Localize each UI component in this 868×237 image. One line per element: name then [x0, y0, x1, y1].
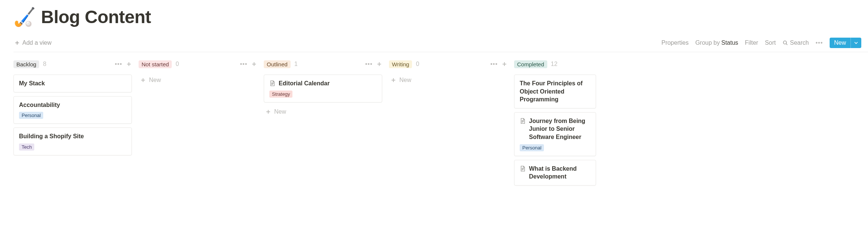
column-add-button[interactable]	[251, 61, 257, 67]
board-card[interactable]: AccountabilityPersonal	[13, 96, 132, 124]
card-title: What is Backend Development	[529, 165, 590, 181]
column-add-button[interactable]	[126, 61, 132, 67]
column-actions: •••	[115, 61, 132, 67]
column-actions: •••	[240, 61, 257, 67]
page-header: 🏑 Blog Content	[13, 7, 868, 27]
new-button[interactable]: New	[830, 38, 861, 48]
board-card[interactable]: Journey from Being Junior to Senior Soft…	[514, 112, 596, 156]
column-add-button[interactable]	[376, 61, 382, 67]
card-tags: Personal	[520, 144, 590, 151]
add-card-button[interactable]: New	[389, 75, 507, 86]
sort-button[interactable]: Sort	[765, 40, 776, 46]
tag: Personal	[520, 144, 544, 151]
page-title: Blog Content	[41, 7, 151, 27]
svg-line-3	[786, 44, 788, 45]
board-column: Backlog8•••My StackAccountabilityPersona…	[13, 59, 132, 189]
card-title: Building a Shopify Site	[19, 132, 84, 140]
card-title: Editorial Calendar	[279, 79, 330, 88]
column-header: Backlog8•••	[13, 59, 132, 69]
card-title: Accountability	[19, 101, 60, 109]
add-view-button[interactable]: Add a view	[13, 38, 52, 48]
add-card-label: New	[274, 108, 286, 115]
add-card-label: New	[149, 77, 161, 83]
card-tags: Personal	[19, 112, 126, 119]
column-count: 8	[43, 61, 46, 67]
more-menu-button[interactable]: •••	[815, 40, 823, 46]
column-more-button[interactable]: •••	[490, 61, 498, 67]
column-actions: •••	[365, 61, 382, 67]
column-count: 0	[416, 61, 419, 67]
tag: Tech	[19, 143, 34, 151]
ellipsis-icon: •••	[815, 40, 823, 46]
status-pill[interactable]: Backlog	[13, 60, 39, 68]
board-card[interactable]: What is Backend Development	[514, 160, 596, 186]
view-toolbar: Add a view Properties Group by Status Fi…	[13, 38, 868, 52]
status-pill[interactable]: Completed	[514, 60, 547, 68]
column-count: 12	[551, 61, 558, 67]
board-card[interactable]: The Four Principles of Object Oriented P…	[514, 75, 596, 108]
column-add-button[interactable]	[501, 61, 507, 67]
board-column: Outlined1•••Editorial CalendarStrategyNe…	[264, 59, 382, 189]
add-card-label: New	[399, 77, 411, 83]
plus-icon	[140, 77, 146, 83]
page-icon	[269, 80, 276, 86]
plus-icon	[251, 61, 257, 67]
group-by-value: Status	[721, 40, 738, 46]
page-icon	[520, 165, 526, 172]
add-view-label: Add a view	[22, 40, 51, 46]
board-column: Completed12The Four Principles of Object…	[514, 59, 596, 189]
board-card[interactable]: Editorial CalendarStrategy	[264, 75, 382, 102]
status-pill[interactable]: Outlined	[264, 60, 291, 68]
add-card-button[interactable]: New	[139, 75, 257, 86]
status-pill[interactable]: Writing	[389, 60, 412, 68]
new-button-dropdown[interactable]	[850, 38, 861, 48]
page-icon: 🏑	[13, 8, 36, 26]
board-card[interactable]: Building a Shopify SiteTech	[13, 127, 132, 155]
column-header: Not started0•••	[139, 59, 257, 69]
filter-button[interactable]: Filter	[745, 40, 758, 46]
column-more-button[interactable]: •••	[115, 61, 122, 67]
plus-icon	[265, 109, 271, 115]
properties-button[interactable]: Properties	[661, 40, 688, 46]
column-header: Completed12	[514, 59, 596, 69]
board-column: Not started0•••New	[139, 59, 257, 189]
tag: Personal	[19, 112, 43, 119]
new-button-label: New	[834, 40, 846, 46]
card-title: Journey from Being Junior to Senior Soft…	[529, 117, 590, 141]
status-pill[interactable]: Not started	[139, 60, 172, 68]
board-column: Writing0•••New	[389, 59, 507, 189]
search-icon	[782, 40, 788, 46]
column-count: 0	[175, 61, 179, 67]
plus-icon	[376, 61, 382, 67]
column-header: Outlined1•••	[264, 59, 382, 69]
group-by-button[interactable]: Group by Status	[695, 40, 738, 46]
column-actions: •••	[490, 61, 507, 67]
board-card[interactable]: My Stack	[13, 75, 132, 92]
column-more-button[interactable]: •••	[240, 61, 247, 67]
card-title: The Four Principles of Object Oriented P…	[520, 79, 590, 104]
column-more-button[interactable]: •••	[365, 61, 373, 67]
plus-icon	[501, 61, 507, 67]
card-tags: Tech	[19, 143, 126, 151]
tag: Strategy	[269, 91, 292, 98]
page-icon	[520, 118, 526, 124]
chevron-down-icon	[854, 41, 858, 45]
column-count: 1	[294, 61, 298, 67]
kanban-board: Backlog8•••My StackAccountabilityPersona…	[13, 52, 868, 189]
card-tags: Strategy	[269, 91, 377, 98]
search-button[interactable]: Search	[782, 40, 809, 46]
card-title: My Stack	[19, 79, 45, 88]
plus-icon	[390, 77, 396, 83]
plus-icon	[14, 40, 20, 46]
column-header: Writing0•••	[389, 59, 507, 69]
svg-point-2	[783, 41, 786, 44]
add-card-button[interactable]: New	[264, 106, 382, 117]
plus-icon	[126, 61, 132, 67]
